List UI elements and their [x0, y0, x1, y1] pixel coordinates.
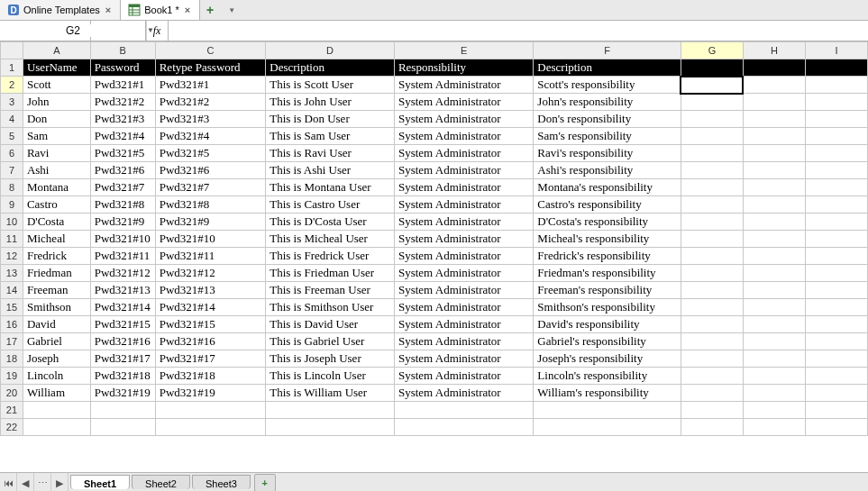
cell[interactable]: Freeman's responsibility — [534, 282, 681, 299]
row-header[interactable]: 1 — [1, 59, 23, 77]
cell[interactable]: System Administrator — [394, 282, 533, 299]
cell[interactable] — [681, 385, 743, 402]
cell[interactable]: Pwd321#1 — [90, 77, 155, 94]
cell[interactable]: System Administrator — [394, 231, 533, 248]
cell[interactable]: This is Gabriel User — [266, 333, 395, 350]
cell[interactable] — [743, 196, 805, 214]
cell[interactable]: Don's responsibility — [534, 111, 681, 128]
cell[interactable]: Description — [266, 59, 395, 77]
cell[interactable]: Pwd321#9 — [155, 214, 266, 231]
cell[interactable] — [681, 196, 743, 214]
cell[interactable]: Montana's responsibility — [534, 179, 681, 196]
cell[interactable] — [805, 111, 867, 128]
row-header[interactable]: 14 — [1, 282, 23, 299]
cell[interactable] — [805, 248, 867, 265]
cell[interactable] — [23, 402, 90, 419]
cell[interactable] — [681, 333, 743, 350]
cell[interactable]: Scott — [23, 77, 90, 94]
cell[interactable]: This is John User — [266, 94, 395, 111]
document-tab[interactable]: DOnline Templates× — [0, 0, 121, 20]
sheet-tab[interactable]: Sheet1 — [70, 475, 130, 489]
cell[interactable] — [681, 368, 743, 385]
cell[interactable] — [743, 111, 805, 128]
row-header[interactable]: 17 — [1, 333, 23, 350]
cell[interactable]: UserName — [23, 59, 90, 77]
cell[interactable]: Pwd321#9 — [90, 214, 155, 231]
cell[interactable]: System Administrator — [394, 94, 533, 111]
cell[interactable] — [743, 368, 805, 385]
cell[interactable]: This is William User — [266, 385, 395, 402]
cell[interactable]: Responsibility — [394, 59, 533, 77]
cell[interactable]: Description — [534, 59, 681, 77]
row-header[interactable]: 5 — [1, 128, 23, 145]
formula-input[interactable] — [169, 21, 868, 41]
cell[interactable]: Pwd321#10 — [90, 231, 155, 248]
cell[interactable]: Pwd321#1 — [155, 77, 266, 94]
cell[interactable]: Pwd321#13 — [155, 282, 266, 299]
cell[interactable] — [681, 94, 743, 111]
cell[interactable]: This is Friedman User — [266, 265, 395, 282]
cell[interactable] — [805, 196, 867, 214]
cell[interactable] — [23, 419, 90, 436]
cell[interactable]: Pwd321#5 — [155, 145, 266, 162]
cell[interactable]: William — [23, 385, 90, 402]
cell[interactable] — [743, 385, 805, 402]
cell[interactable]: Smithson's responsibility — [534, 299, 681, 316]
cell[interactable] — [155, 419, 266, 436]
row-header[interactable]: 21 — [1, 402, 23, 419]
column-header[interactable]: D — [266, 42, 395, 59]
cell[interactable] — [805, 59, 867, 77]
cell[interactable]: Password — [90, 59, 155, 77]
cell[interactable]: John — [23, 94, 90, 111]
cell[interactable]: This is Lincoln User — [266, 368, 395, 385]
cell[interactable]: This is D'Costa User — [266, 214, 395, 231]
cell[interactable]: Pwd321#19 — [155, 385, 266, 402]
cell[interactable]: Pwd321#12 — [90, 265, 155, 282]
cell[interactable] — [805, 128, 867, 145]
cell[interactable]: Ashi's responsibility — [534, 162, 681, 179]
cell[interactable] — [743, 59, 805, 77]
row-header[interactable]: 16 — [1, 316, 23, 333]
column-header[interactable]: E — [394, 42, 533, 59]
cell[interactable] — [743, 162, 805, 179]
cell[interactable] — [681, 59, 743, 77]
cell[interactable]: System Administrator — [394, 248, 533, 265]
cell[interactable] — [743, 282, 805, 299]
cell[interactable]: Smithson — [23, 299, 90, 316]
cell[interactable]: Pwd321#14 — [90, 299, 155, 316]
cell[interactable]: Pwd321#8 — [90, 196, 155, 214]
cell[interactable] — [90, 402, 155, 419]
cell[interactable] — [743, 402, 805, 419]
cell[interactable]: This is Joseph User — [266, 350, 395, 368]
cell[interactable] — [805, 231, 867, 248]
cell[interactable] — [681, 77, 743, 94]
cell[interactable]: Pwd321#6 — [90, 162, 155, 179]
row-header[interactable]: 18 — [1, 350, 23, 368]
cell[interactable]: Don — [23, 111, 90, 128]
row-header[interactable]: 2 — [1, 77, 23, 94]
column-header[interactable]: F — [534, 42, 681, 59]
cell[interactable]: System Administrator — [394, 179, 533, 196]
cell[interactable] — [681, 316, 743, 333]
cell[interactable]: Pwd321#3 — [155, 111, 266, 128]
cell[interactable]: System Administrator — [394, 316, 533, 333]
cell[interactable] — [681, 265, 743, 282]
cell[interactable]: This is Freeman User — [266, 282, 395, 299]
cell[interactable] — [681, 282, 743, 299]
cell[interactable]: System Administrator — [394, 385, 533, 402]
cell[interactable]: Pwd321#4 — [155, 128, 266, 145]
cell[interactable] — [743, 316, 805, 333]
row-header[interactable]: 12 — [1, 248, 23, 265]
cell[interactable] — [681, 299, 743, 316]
sheet-add-button[interactable]: + — [254, 474, 276, 491]
cell[interactable]: Pwd321#10 — [155, 231, 266, 248]
cell[interactable] — [805, 333, 867, 350]
cell[interactable]: Pwd321#8 — [155, 196, 266, 214]
cell[interactable]: Ravi's responsibility — [534, 145, 681, 162]
sheet-nav-first-icon[interactable]: ⏮ — [0, 473, 17, 491]
sheet-tab[interactable]: Sheet3 — [192, 475, 251, 489]
cell[interactable]: Ravi — [23, 145, 90, 162]
cell[interactable] — [805, 94, 867, 111]
cell[interactable] — [805, 214, 867, 231]
column-header[interactable]: A — [23, 42, 90, 59]
